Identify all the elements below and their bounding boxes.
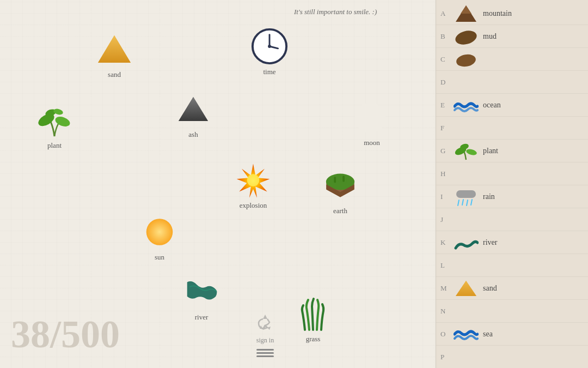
time-label: time [263, 68, 275, 76]
board-item-grass[interactable]: grass [294, 294, 332, 343]
board-item-river[interactable]: river [182, 273, 220, 322]
sidebar-item-mud[interactable]: B mud [436, 25, 588, 48]
sidebar-letter-k: K [440, 238, 452, 247]
board-item-time[interactable]: time [250, 27, 289, 76]
sidebar-label-sea: sea [483, 330, 493, 339]
sidebar-label-plant: plant [483, 147, 498, 155]
sidebar-letter-h: H [440, 170, 452, 178]
svg-point-12 [355, 102, 385, 133]
sidebar-item-f[interactable]: F [436, 117, 588, 140]
river-sidebar-icon [452, 233, 480, 252]
sidebar-item-d[interactable]: D [436, 71, 588, 94]
sidebar: A mountain B mud C D [436, 0, 588, 368]
recycle-icon[interactable] [255, 312, 275, 332]
grass-icon [294, 294, 332, 333]
time-icon [250, 27, 289, 65]
play-area[interactable]: It's still important to smile. :) sand [0, 0, 436, 368]
sidebar-item-h[interactable]: H [436, 162, 588, 185]
sidebar-label-rain: rain [483, 192, 495, 201]
sidebar-item-n[interactable]: N [436, 300, 588, 323]
svg-rect-19 [342, 176, 345, 182]
svg-point-26 [455, 53, 476, 68]
board-item-plant[interactable]: plant [35, 101, 74, 150]
sidebar-letter-i: I [440, 192, 452, 201]
board-item-sand[interactable]: sand [95, 30, 133, 79]
rain-sidebar-icon [452, 187, 480, 207]
svg-marker-11 [179, 97, 208, 121]
sidebar-item-sand[interactable]: M sand [436, 277, 588, 300]
svg-marker-36 [456, 281, 476, 296]
top-message: It's still important to smile. :) [294, 8, 377, 16]
sidebar-item-plant[interactable]: G plant [436, 140, 588, 162]
sidebar-letter-f: F [440, 124, 452, 132]
empty-d-icon [452, 73, 480, 92]
sidebar-item-rain[interactable]: I rain [436, 185, 588, 208]
sidebar-label-mountain: mountain [483, 9, 512, 18]
sidebar-item-sea[interactable]: O sea [436, 323, 588, 346]
explosion-label: explosion [240, 201, 267, 210]
ocean-sidebar-icon [452, 95, 480, 115]
board-item-sun[interactable]: sun [140, 213, 179, 262]
score: 38/500 [11, 312, 120, 357]
sidebar-label-sand: sand [483, 284, 497, 293]
sidebar-letter-g: G [440, 147, 452, 155]
sea-sidebar-icon [452, 324, 480, 344]
empty-p-icon [452, 347, 480, 367]
board-item-earth[interactable]: earth [321, 166, 359, 215]
svg-rect-18 [338, 174, 341, 182]
explosion-icon [234, 161, 272, 199]
svg-rect-20 [347, 178, 348, 183]
plant-label: plant [47, 141, 62, 150]
sidebar-item-mud2[interactable]: C [436, 48, 588, 71]
svg-rect-17 [334, 177, 336, 183]
earth-icon [321, 166, 359, 204]
sidebar-item-river[interactable]: K river [436, 231, 588, 254]
sidebar-letter-a: A [440, 9, 452, 18]
board-item-explosion[interactable]: explosion [234, 161, 272, 210]
moon-icon [353, 98, 391, 136]
mountain-sidebar-icon [452, 4, 480, 23]
sun-label: sun [155, 253, 164, 262]
empty-h-icon [452, 164, 480, 184]
board-item-ash[interactable]: ash [174, 90, 212, 139]
sidebar-letter-n: N [440, 307, 452, 316]
sidebar-item-p[interactable]: P [436, 346, 588, 368]
sand-icon [95, 30, 133, 68]
sand-sidebar-icon [452, 279, 480, 298]
sidebar-item-j[interactable]: J [436, 208, 588, 231]
sidebar-item-l[interactable]: L [436, 254, 588, 277]
sign-in-label[interactable]: sign in [256, 336, 274, 345]
board-item-moon[interactable]: moon [353, 98, 391, 147]
sidebar-label-mud: mud [483, 32, 497, 41]
svg-rect-30 [456, 190, 476, 198]
mud-sidebar-icon [452, 27, 480, 46]
river-label: river [195, 313, 209, 322]
svg-point-22 [146, 219, 173, 245]
sidebar-letter-m: M [440, 284, 452, 293]
bottom-controls: sign in [255, 312, 275, 357]
sidebar-item-ocean[interactable]: E ocean [436, 94, 588, 117]
sidebar-letter-j: J [440, 215, 452, 224]
ash-icon [174, 90, 212, 128]
svg-line-34 [471, 200, 472, 205]
menu-button[interactable] [256, 349, 274, 357]
svg-point-25 [454, 28, 479, 46]
sidebar-letter-c: C [440, 55, 452, 64]
sidebar-letter-e: E [440, 101, 452, 110]
river-board-icon [182, 273, 220, 311]
sidebar-item-mountain[interactable]: A mountain [436, 2, 588, 25]
empty-n-icon [452, 301, 480, 321]
svg-point-9 [53, 108, 64, 116]
plant-icon [35, 101, 74, 139]
sun-icon [140, 213, 179, 251]
moon-label: moon [364, 138, 380, 147]
sidebar-letter-d: D [440, 78, 452, 87]
svg-line-33 [467, 200, 468, 206]
earth-label: earth [333, 207, 347, 215]
svg-marker-1 [98, 35, 131, 63]
sidebar-letter-p: P [440, 353, 452, 361]
svg-marker-24 [461, 5, 471, 14]
sidebar-letter-o: O [440, 330, 452, 339]
ash-label: ash [188, 130, 198, 139]
grass-label: grass [306, 335, 321, 343]
